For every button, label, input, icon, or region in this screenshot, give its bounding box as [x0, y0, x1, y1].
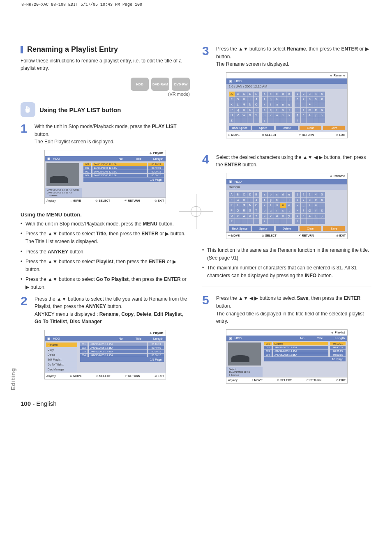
- dvd-ram-icon: DVD-RAM: [151, 78, 169, 91]
- dvd-rw-icon: DVD-RW: [172, 78, 190, 91]
- subhead-title: Using the PLAY LIST button: [39, 106, 121, 113]
- vr-mode-label: (VR mode): [21, 92, 190, 97]
- menu-subhead: Using the MENU button.: [21, 212, 190, 218]
- screenshot-rename-1: ◆Rename ▣HDD 1 6 / JAN / 2005 12:15 AM A…: [226, 72, 348, 138]
- thumbnail-image: [228, 343, 261, 366]
- screenshot-rename-2: ◆Rename ▣HDD Dolphin ABCDEFGHIJKLMNOPQRS…: [226, 173, 348, 239]
- side-tab-label: Editing: [10, 368, 16, 390]
- section-title-text: Renaming a Playlist Entry: [27, 45, 118, 54]
- menu-bullets: With the unit in Stop mode/Playback mode…: [21, 220, 190, 291]
- step-2-number: 2: [21, 295, 30, 326]
- left-column: Renaming a Playlist Entry Follow these i…: [21, 45, 190, 391]
- anykey-menu: Rename Copy Delete Edit Playlist Go To T…: [45, 341, 78, 373]
- step-4: 4 Select the desired characters using th…: [202, 154, 371, 169]
- screenshot-playlist-1: ◆Playlist ▣HDD No. Title Length JAN/16/2…: [44, 150, 166, 204]
- screenshot-playlist-2: ◆Playlist ▣HDD No. Title Length Dolphin …: [226, 329, 348, 384]
- step-2: 2 Press the ▲▼ buttons to select the tit…: [21, 295, 190, 326]
- hand-icon: [21, 102, 35, 117]
- right-column: 3 Press the ▲▼ buttons to select Rename,…: [202, 45, 371, 391]
- media-icons-row: HDD DVD-RAM DVD-RW: [21, 78, 190, 91]
- section-heading: Renaming a Playlist Entry: [21, 45, 190, 54]
- hdd-icon: HDD: [131, 78, 149, 91]
- step-3-number: 3: [202, 45, 212, 68]
- screenshot-anykey-menu: ◆Playlist ▣HDD No. Title Length Rename C…: [44, 330, 166, 379]
- step-3: 3 Press the ▲▼ buttons to select Rename,…: [202, 45, 371, 68]
- subhead-playlist: Using the PLAY LIST button: [21, 102, 190, 117]
- step-5: 5 Press the ▲▼ ◀ ▶ buttons to select Sav…: [202, 294, 371, 325]
- step-1: 1 With the unit in Stop mode/Playback mo…: [21, 123, 190, 146]
- step-5-number: 5: [202, 294, 212, 325]
- page-number: 100 - English: [21, 400, 371, 407]
- print-job-header: 8-HR720-XAC_98-108_EDIT 5/17/05 10:43 PM…: [21, 2, 142, 7]
- manual-page: 8-HR720-XAC_98-108_EDIT 5/17/05 10:43 PM…: [0, 0, 392, 423]
- step-1-number: 1: [21, 123, 30, 146]
- notes-bullets: This function is the same as the Rename …: [202, 246, 371, 279]
- step-4-number: 4: [202, 154, 212, 169]
- intro-text: Follow these instructions to rename a pl…: [21, 57, 190, 72]
- thumbnail-image: [46, 163, 79, 186]
